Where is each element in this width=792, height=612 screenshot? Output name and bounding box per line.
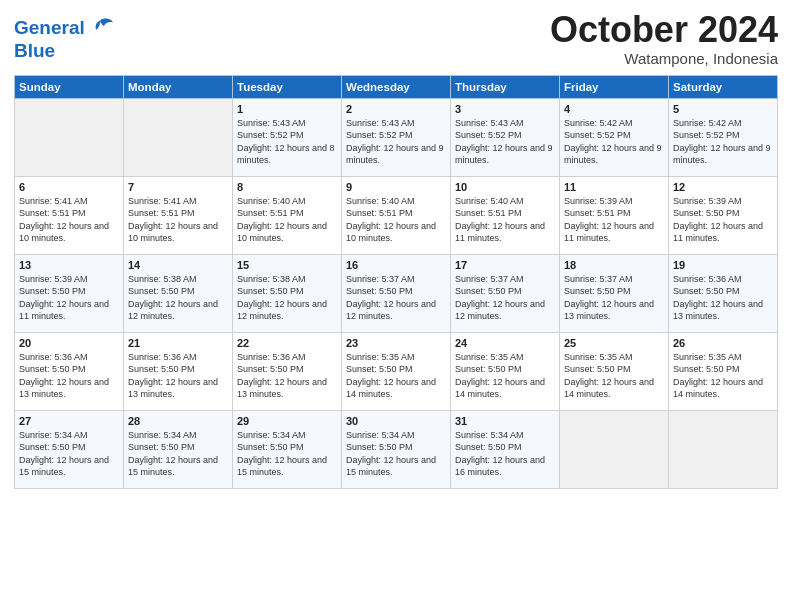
day-number: 26 (673, 337, 773, 349)
day-detail: Sunrise: 5:34 AMSunset: 5:50 PMDaylight:… (19, 429, 119, 479)
day-detail: Sunrise: 5:41 AMSunset: 5:51 PMDaylight:… (128, 195, 228, 245)
day-number: 21 (128, 337, 228, 349)
calendar-table: SundayMondayTuesdayWednesdayThursdayFrid… (14, 75, 778, 489)
logo-bird-icon (87, 14, 115, 42)
week-row-4: 20Sunrise: 5:36 AMSunset: 5:50 PMDayligh… (15, 332, 778, 410)
day-detail: Sunrise: 5:40 AMSunset: 5:51 PMDaylight:… (455, 195, 555, 245)
weekday-header-monday: Monday (124, 75, 233, 98)
calendar-cell: 17Sunrise: 5:37 AMSunset: 5:50 PMDayligh… (451, 254, 560, 332)
day-number: 28 (128, 415, 228, 427)
calendar-cell: 20Sunrise: 5:36 AMSunset: 5:50 PMDayligh… (15, 332, 124, 410)
calendar-cell: 13Sunrise: 5:39 AMSunset: 5:50 PMDayligh… (15, 254, 124, 332)
calendar-cell: 6Sunrise: 5:41 AMSunset: 5:51 PMDaylight… (15, 176, 124, 254)
day-number: 9 (346, 181, 446, 193)
day-detail: Sunrise: 5:36 AMSunset: 5:50 PMDaylight:… (128, 351, 228, 401)
logo-text-block: General Blue (14, 14, 115, 62)
day-detail: Sunrise: 5:39 AMSunset: 5:51 PMDaylight:… (564, 195, 664, 245)
calendar-cell: 12Sunrise: 5:39 AMSunset: 5:50 PMDayligh… (669, 176, 778, 254)
calendar-cell (560, 410, 669, 488)
day-number: 4 (564, 103, 664, 115)
day-number: 6 (19, 181, 119, 193)
calendar-cell: 22Sunrise: 5:36 AMSunset: 5:50 PMDayligh… (233, 332, 342, 410)
day-number: 12 (673, 181, 773, 193)
header: General Blue October 2024 Watampone, Ind… (14, 10, 778, 67)
day-number: 16 (346, 259, 446, 271)
day-number: 23 (346, 337, 446, 349)
calendar-cell: 18Sunrise: 5:37 AMSunset: 5:50 PMDayligh… (560, 254, 669, 332)
week-row-5: 27Sunrise: 5:34 AMSunset: 5:50 PMDayligh… (15, 410, 778, 488)
day-number: 1 (237, 103, 337, 115)
day-number: 30 (346, 415, 446, 427)
day-number: 7 (128, 181, 228, 193)
day-detail: Sunrise: 5:34 AMSunset: 5:50 PMDaylight:… (237, 429, 337, 479)
day-number: 29 (237, 415, 337, 427)
calendar-cell: 30Sunrise: 5:34 AMSunset: 5:50 PMDayligh… (342, 410, 451, 488)
day-number: 14 (128, 259, 228, 271)
calendar-cell: 5Sunrise: 5:42 AMSunset: 5:52 PMDaylight… (669, 98, 778, 176)
calendar-cell: 25Sunrise: 5:35 AMSunset: 5:50 PMDayligh… (560, 332, 669, 410)
day-detail: Sunrise: 5:37 AMSunset: 5:50 PMDaylight:… (564, 273, 664, 323)
day-number: 15 (237, 259, 337, 271)
calendar-cell: 10Sunrise: 5:40 AMSunset: 5:51 PMDayligh… (451, 176, 560, 254)
title-section: October 2024 Watampone, Indonesia (550, 10, 778, 67)
day-detail: Sunrise: 5:34 AMSunset: 5:50 PMDaylight:… (128, 429, 228, 479)
logo: General Blue (14, 14, 115, 62)
day-number: 2 (346, 103, 446, 115)
page-container: General Blue October 2024 Watampone, Ind… (0, 0, 792, 612)
day-detail: Sunrise: 5:36 AMSunset: 5:50 PMDaylight:… (237, 351, 337, 401)
day-number: 22 (237, 337, 337, 349)
day-number: 25 (564, 337, 664, 349)
calendar-cell: 23Sunrise: 5:35 AMSunset: 5:50 PMDayligh… (342, 332, 451, 410)
day-number: 13 (19, 259, 119, 271)
day-number: 5 (673, 103, 773, 115)
calendar-cell: 21Sunrise: 5:36 AMSunset: 5:50 PMDayligh… (124, 332, 233, 410)
day-detail: Sunrise: 5:38 AMSunset: 5:50 PMDaylight:… (128, 273, 228, 323)
day-detail: Sunrise: 5:34 AMSunset: 5:50 PMDaylight:… (455, 429, 555, 479)
calendar-cell: 16Sunrise: 5:37 AMSunset: 5:50 PMDayligh… (342, 254, 451, 332)
weekday-header-sunday: Sunday (15, 75, 124, 98)
day-detail: Sunrise: 5:34 AMSunset: 5:50 PMDaylight:… (346, 429, 446, 479)
calendar-cell: 2Sunrise: 5:43 AMSunset: 5:52 PMDaylight… (342, 98, 451, 176)
day-number: 20 (19, 337, 119, 349)
weekday-header-friday: Friday (560, 75, 669, 98)
calendar-cell: 1Sunrise: 5:43 AMSunset: 5:52 PMDaylight… (233, 98, 342, 176)
calendar-cell: 14Sunrise: 5:38 AMSunset: 5:50 PMDayligh… (124, 254, 233, 332)
location: Watampone, Indonesia (550, 50, 778, 67)
day-number: 24 (455, 337, 555, 349)
day-detail: Sunrise: 5:40 AMSunset: 5:51 PMDaylight:… (237, 195, 337, 245)
day-detail: Sunrise: 5:42 AMSunset: 5:52 PMDaylight:… (564, 117, 664, 167)
day-detail: Sunrise: 5:36 AMSunset: 5:50 PMDaylight:… (19, 351, 119, 401)
day-number: 8 (237, 181, 337, 193)
day-detail: Sunrise: 5:43 AMSunset: 5:52 PMDaylight:… (346, 117, 446, 167)
calendar-cell: 4Sunrise: 5:42 AMSunset: 5:52 PMDaylight… (560, 98, 669, 176)
day-number: 27 (19, 415, 119, 427)
calendar-cell: 26Sunrise: 5:35 AMSunset: 5:50 PMDayligh… (669, 332, 778, 410)
day-detail: Sunrise: 5:35 AMSunset: 5:50 PMDaylight:… (564, 351, 664, 401)
weekday-header-tuesday: Tuesday (233, 75, 342, 98)
day-detail: Sunrise: 5:39 AMSunset: 5:50 PMDaylight:… (19, 273, 119, 323)
calendar-cell (15, 98, 124, 176)
day-detail: Sunrise: 5:35 AMSunset: 5:50 PMDaylight:… (455, 351, 555, 401)
logo-blue: Blue (14, 40, 115, 62)
month-title: October 2024 (550, 10, 778, 50)
day-detail: Sunrise: 5:42 AMSunset: 5:52 PMDaylight:… (673, 117, 773, 167)
logo-general: General (14, 17, 85, 39)
week-row-1: 1Sunrise: 5:43 AMSunset: 5:52 PMDaylight… (15, 98, 778, 176)
calendar-cell: 9Sunrise: 5:40 AMSunset: 5:51 PMDaylight… (342, 176, 451, 254)
calendar-cell: 15Sunrise: 5:38 AMSunset: 5:50 PMDayligh… (233, 254, 342, 332)
calendar-cell: 29Sunrise: 5:34 AMSunset: 5:50 PMDayligh… (233, 410, 342, 488)
calendar-cell: 11Sunrise: 5:39 AMSunset: 5:51 PMDayligh… (560, 176, 669, 254)
weekday-header-row: SundayMondayTuesdayWednesdayThursdayFrid… (15, 75, 778, 98)
day-detail: Sunrise: 5:37 AMSunset: 5:50 PMDaylight:… (346, 273, 446, 323)
calendar-cell: 19Sunrise: 5:36 AMSunset: 5:50 PMDayligh… (669, 254, 778, 332)
day-detail: Sunrise: 5:35 AMSunset: 5:50 PMDaylight:… (346, 351, 446, 401)
day-number: 17 (455, 259, 555, 271)
weekday-header-thursday: Thursday (451, 75, 560, 98)
calendar-cell: 28Sunrise: 5:34 AMSunset: 5:50 PMDayligh… (124, 410, 233, 488)
calendar-cell (669, 410, 778, 488)
week-row-3: 13Sunrise: 5:39 AMSunset: 5:50 PMDayligh… (15, 254, 778, 332)
day-detail: Sunrise: 5:41 AMSunset: 5:51 PMDaylight:… (19, 195, 119, 245)
weekday-header-wednesday: Wednesday (342, 75, 451, 98)
calendar-cell: 27Sunrise: 5:34 AMSunset: 5:50 PMDayligh… (15, 410, 124, 488)
calendar-cell: 24Sunrise: 5:35 AMSunset: 5:50 PMDayligh… (451, 332, 560, 410)
